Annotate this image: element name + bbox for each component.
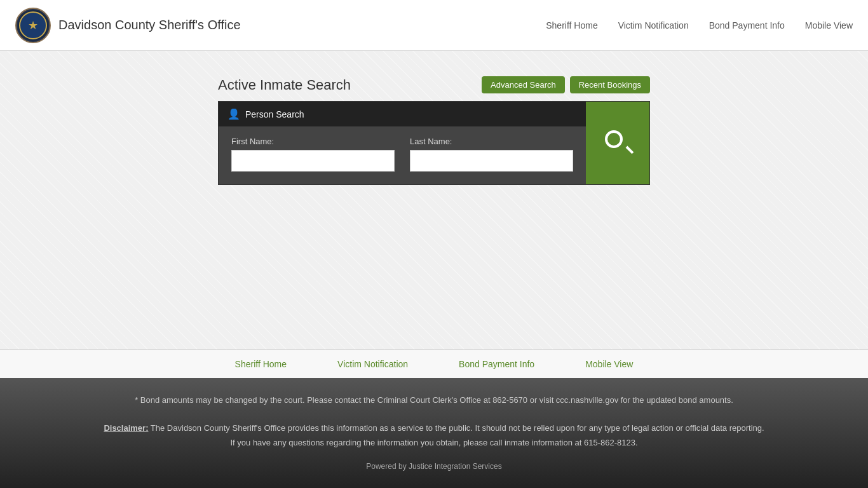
recent-bookings-button[interactable]: Recent Bookings [570, 76, 650, 93]
first-name-group: First Name: [231, 137, 395, 172]
footer-nav: Sheriff Home Victim Notification Bond Pa… [0, 349, 868, 378]
footer-nav-sheriff-home[interactable]: Sheriff Home [235, 359, 287, 369]
footer-nav-victim-notification[interactable]: Victim Notification [337, 359, 408, 369]
form-panel-header: 👤 Person Search [219, 102, 586, 126]
star-icon: ★ [28, 18, 38, 32]
bond-notice: * Bond amounts may be changed by the cou… [38, 393, 830, 407]
last-name-label: Last Name: [410, 137, 573, 146]
nav-victim-notification[interactable]: Victim Notification [618, 20, 689, 30]
nav-bond-payment[interactable]: Bond Payment Info [709, 20, 785, 30]
logo: ★ [15, 8, 51, 43]
contact-text: If you have any questions regarding the … [230, 438, 637, 447]
disclaimer-label: Disclaimer: [104, 423, 148, 433]
first-name-label: First Name: [231, 137, 395, 146]
header-nav: Sheriff Home Victim Notification Bond Pa… [546, 20, 853, 30]
last-name-input[interactable] [410, 150, 573, 172]
magnifier-handle [626, 146, 634, 154]
powered-by: Powered by Justice Integration Services [38, 460, 830, 473]
first-name-input[interactable] [231, 150, 395, 172]
nav-sheriff-home[interactable]: Sheriff Home [546, 20, 597, 30]
brand-name: Davidson County Sheriff's Office [58, 18, 241, 32]
form-fields: First Name: Last Name: [219, 126, 586, 184]
form-panel: 👤 Person Search First Name: Last Name: [219, 102, 586, 184]
search-container: Active Inmate Search Advanced Search Rec… [218, 76, 650, 185]
magnifier-icon [605, 130, 630, 156]
disclaimer-paragraph: Disclaimer: The Davidson County Sheriff'… [38, 421, 830, 449]
footer-dark: * Bond amounts may be changed by the cou… [0, 378, 868, 488]
magnifier-circle [605, 130, 623, 148]
search-header: Active Inmate Search Advanced Search Rec… [218, 76, 650, 93]
search-form-box: 👤 Person Search First Name: Last Name: [218, 101, 650, 185]
footer-nav-mobile-view[interactable]: Mobile View [585, 359, 633, 369]
site-header: ★ Davidson County Sheriff's Office Sheri… [0, 0, 868, 51]
form-section-title: Person Search [245, 109, 304, 119]
search-submit-button[interactable] [586, 102, 649, 184]
disclaimer-text: The Davidson County Sheriff's Office pro… [151, 423, 764, 433]
brand: ★ Davidson County Sheriff's Office [15, 8, 241, 43]
advanced-search-button[interactable]: Advanced Search [482, 76, 565, 93]
main-content: Active Inmate Search Advanced Search Rec… [0, 51, 868, 349]
nav-mobile-view[interactable]: Mobile View [805, 20, 853, 30]
search-action-buttons: Advanced Search Recent Bookings [482, 76, 650, 93]
person-icon: 👤 [227, 108, 240, 120]
page-title: Active Inmate Search [218, 77, 351, 93]
last-name-group: Last Name: [410, 137, 573, 172]
footer-nav-bond-payment[interactable]: Bond Payment Info [459, 359, 534, 369]
